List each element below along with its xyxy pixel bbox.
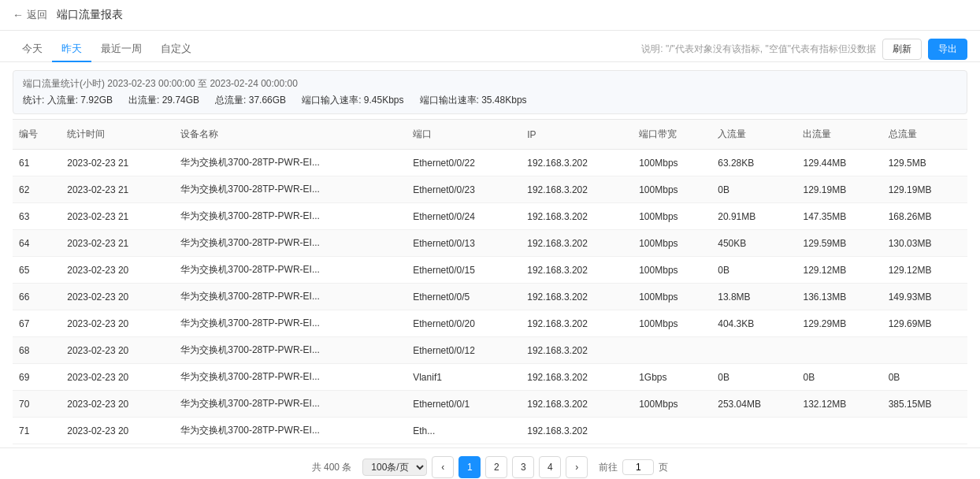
cell-ip: 192.168.3.202 [521, 257, 633, 284]
page-2-button[interactable]: 2 [485, 456, 507, 478]
cell-total: 385.15MB [882, 391, 967, 418]
cell-ip: 192.168.3.202 [521, 310, 633, 337]
page-size-select[interactable]: 100条/页 [362, 459, 427, 476]
cell-in: 13.8MB [711, 284, 796, 310]
cell-device: 华为交换机3700-28TP-PWR-EI... [174, 364, 406, 391]
cell-port: Ethernet0/0/20 [406, 310, 521, 337]
cell-total: 168.26MB [882, 203, 967, 230]
export-button[interactable]: 导出 [928, 39, 967, 60]
table-row: 662023-02-23 20华为交换机3700-28TP-PWR-EI...E… [13, 284, 967, 310]
cell-ip: 192.168.3.202 [521, 391, 633, 418]
stat-in-rate: 端口输入速率: 9.45Kbps [302, 94, 403, 107]
cell-total [882, 337, 967, 364]
stat-out-rate: 端口输出速率: 35.48Kbps [420, 94, 527, 107]
page-3-button[interactable]: 3 [512, 456, 534, 478]
page-prev-button[interactable]: ‹ [432, 456, 454, 478]
tab-actions: 说明: "/"代表对象没有该指标, "空值"代表有指标但没数据 刷新 导出 [641, 39, 967, 60]
cell-time: 2023-02-23 20 [61, 284, 174, 310]
table-row: 712023-02-23 20华为交换机3700-28TP-PWR-EI...E… [13, 418, 967, 444]
col-ip: IP [521, 120, 633, 150]
cell-ip: 192.168.3.202 [521, 230, 633, 257]
table-row: 702023-02-23 20华为交换机3700-28TP-PWR-EI...E… [13, 391, 967, 418]
cell-time: 2023-02-23 20 [61, 257, 174, 284]
cell-port: Ethernet0/0/13 [406, 230, 521, 257]
cell-bandwidth: 100Mbps [633, 284, 711, 310]
cell-port: Ethernet0/0/23 [406, 176, 521, 203]
cell-ip: 192.168.3.202 [521, 150, 633, 176]
cell-port: Ethernet0/0/15 [406, 257, 521, 284]
cell-total: 129.12MB [882, 257, 967, 284]
cell-time: 2023-02-23 21 [61, 230, 174, 257]
cell-bandwidth: 100Mbps [633, 176, 711, 203]
cell-bandwidth: 100Mbps [633, 150, 711, 176]
cell-device: 华为交换机3700-28TP-PWR-EI... [174, 230, 406, 257]
col-out: 出流量 [796, 120, 882, 150]
cell-id: 71 [13, 418, 61, 444]
tab-note: 说明: "/"代表对象没有该指标, "空值"代表有指标但没数据 [641, 43, 876, 56]
cell-port: Ethernet0/0/12 [406, 337, 521, 364]
cell-bandwidth: 100Mbps [633, 203, 711, 230]
cell-bandwidth [633, 337, 711, 364]
page-suffix: 页 [659, 461, 668, 474]
page-next-button[interactable]: › [566, 456, 588, 478]
tab-week[interactable]: 最近一周 [91, 37, 151, 62]
col-port: 端口 [406, 120, 521, 150]
cell-device: 华为交换机3700-28TP-PWR-EI... [174, 284, 406, 310]
cell-bandwidth: 100Mbps [633, 310, 711, 337]
cell-out [796, 337, 882, 364]
cell-bandwidth: 100Mbps [633, 257, 711, 284]
cell-time: 2023-02-23 20 [61, 310, 174, 337]
page-4-button[interactable]: 4 [539, 456, 561, 478]
cell-bandwidth: 1Gbps [633, 364, 711, 391]
back-button[interactable]: ← 返回 [13, 8, 47, 22]
cell-total: 129.19MB [882, 176, 967, 203]
table-row: 692023-02-23 20华为交换机3700-28TP-PWR-EI...V… [13, 364, 967, 391]
cell-total: 149.93MB [882, 284, 967, 310]
table-row: 642023-02-23 21华为交换机3700-28TP-PWR-EI...E… [13, 230, 967, 257]
cell-out [796, 418, 882, 444]
cell-in [711, 418, 796, 444]
cell-total: 129.5MB [882, 150, 967, 176]
table-row: 682023-02-23 20华为交换机3700-28TP-PWR-EI...E… [13, 337, 967, 364]
back-arrow-icon: ← [13, 9, 24, 21]
cell-port: Vlanif1 [406, 364, 521, 391]
cell-port: Ethernet0/0/1 [406, 391, 521, 418]
cell-port: Ethernet0/0/22 [406, 150, 521, 176]
cell-id: 61 [13, 150, 61, 176]
cell-device: 华为交换机3700-28TP-PWR-EI... [174, 257, 406, 284]
tab-custom[interactable]: 自定义 [151, 37, 201, 62]
cell-in: 63.28KB [711, 150, 796, 176]
page-1-button[interactable]: 1 [458, 456, 481, 478]
tab-yesterday[interactable]: 昨天 [52, 37, 91, 62]
cell-time: 2023-02-23 21 [61, 203, 174, 230]
cell-out: 129.12MB [796, 257, 882, 284]
app-container: ← 返回 端口流量报表 今天 昨天 最近一周 自定义 说明: "/"代表对象没有… [0, 0, 980, 479]
cell-out: 0B [796, 364, 882, 391]
stat-total: 总流量: 37.66GB [215, 94, 286, 107]
back-label: 返回 [27, 8, 47, 22]
cell-out: 129.19MB [796, 176, 882, 203]
cell-out: 129.59MB [796, 230, 882, 257]
table-row: 612023-02-23 21华为交换机3700-28TP-PWR-EI...E… [13, 150, 967, 176]
cell-bandwidth [633, 418, 711, 444]
cell-id: 66 [13, 284, 61, 310]
cell-in: 404.3KB [711, 310, 796, 337]
table-row: 652023-02-23 20华为交换机3700-28TP-PWR-EI...E… [13, 257, 967, 284]
cell-out: 129.29MB [796, 310, 882, 337]
cell-ip: 192.168.3.202 [521, 176, 633, 203]
data-table: 编号 统计时间 设备名称 端口 IP 端口带宽 入流量 出流量 总流量 6120… [13, 119, 967, 444]
cell-id: 67 [13, 310, 61, 337]
stat-out: 出流量: 29.74GB [128, 94, 199, 107]
tab-today[interactable]: 今天 [13, 37, 52, 62]
cell-device: 华为交换机3700-28TP-PWR-EI... [174, 150, 406, 176]
table-row: 632023-02-23 21华为交换机3700-28TP-PWR-EI...E… [13, 203, 967, 230]
cell-ip: 192.168.3.202 [521, 418, 633, 444]
cell-in: 253.04MB [711, 391, 796, 418]
goto-input[interactable] [622, 459, 654, 475]
refresh-button[interactable]: 刷新 [882, 39, 922, 60]
cell-id: 63 [13, 203, 61, 230]
cell-in: 0B [711, 364, 796, 391]
col-time: 统计时间 [61, 120, 174, 150]
cell-device: 华为交换机3700-28TP-PWR-EI... [174, 176, 406, 203]
stat-in: 统计: 入流量: 7.92GB [23, 94, 113, 107]
